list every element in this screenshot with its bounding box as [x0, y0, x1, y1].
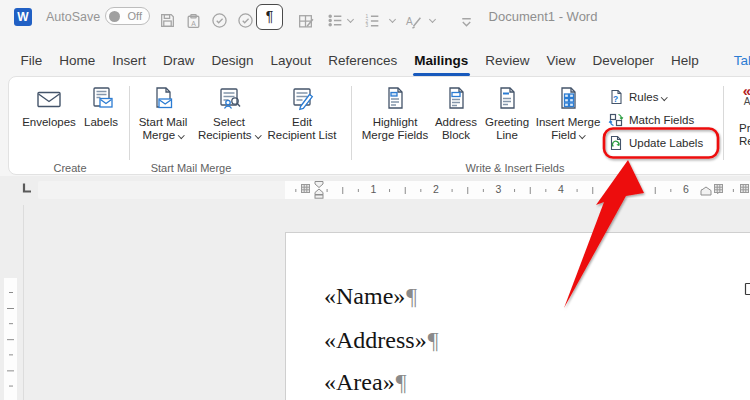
start-mail-merge-icon — [149, 85, 177, 113]
preview-results-button[interactable]: Preview Results — [739, 122, 750, 148]
document-title: Document1 - Word — [487, 9, 599, 24]
pilcrow-mark: ¶ — [406, 283, 417, 309]
select-recipients-button[interactable]: Select Recipients — [191, 83, 267, 159]
envelopes-button[interactable]: Envelopes — [20, 83, 78, 159]
ribbon-tab-row: File Home Insert Draw Design Layout Refe… — [12, 46, 750, 76]
labels-icon — [87, 85, 115, 113]
group-label-start-mail-merge: Start Mail Merge — [151, 162, 232, 174]
approve-check-icon-2[interactable] — [237, 12, 254, 29]
ruler-number: 5 — [621, 183, 627, 195]
text-style-pen-icon[interactable]: A — [405, 12, 422, 29]
tab-home[interactable]: Home — [51, 46, 104, 76]
ruler-number: 4 — [558, 183, 564, 195]
horizontal-ruler-content[interactable]: 1 2 3 4 5 6 — [285, 181, 750, 199]
ribbon-panel: Envelopes Labels Create Start Mail Merge — [8, 76, 750, 175]
update-labels-button[interactable]: Update Labels — [608, 132, 703, 154]
ruler-number: 2 — [433, 183, 439, 195]
autosave-toggle[interactable]: Off — [105, 7, 150, 25]
table-column-marker-icon[interactable] — [714, 184, 723, 193]
dropdown-chevron-icon — [661, 94, 667, 100]
tab-view[interactable]: View — [538, 46, 584, 76]
address-block-button[interactable]: Address Block — [426, 83, 486, 159]
tab-references[interactable]: References — [320, 46, 406, 76]
tab-layout[interactable]: Layout — [262, 46, 320, 76]
tab-help[interactable]: Help — [663, 46, 708, 76]
merge-field-line: «Address»¶ — [324, 327, 439, 354]
autosave-state: Off — [128, 10, 142, 22]
indent-markers-icon[interactable] — [313, 181, 325, 199]
text-style-dropdown-icon[interactable] — [429, 16, 436, 23]
match-fields-button[interactable]: Match Fields — [608, 109, 694, 131]
group-separator — [351, 86, 352, 160]
table-column-marker-icon[interactable] — [301, 184, 310, 193]
edit-recipient-list-icon — [288, 85, 316, 113]
tab-insert[interactable]: Insert — [104, 46, 155, 76]
ruler-divider — [23, 205, 24, 400]
tab-draw[interactable]: Draw — [155, 46, 204, 76]
rules-button[interactable]: ? Rules — [608, 86, 667, 108]
group-separator — [129, 86, 130, 160]
right-indent-marker-icon[interactable] — [700, 186, 712, 196]
save-icon[interactable] — [159, 12, 176, 29]
document-page[interactable]: «Name»¶ «Address»¶ «Area»¶ — [285, 232, 750, 400]
numbered-list-icon[interactable]: 1 2 3 — [364, 12, 381, 29]
word-logo: W — [14, 8, 32, 26]
insert-merge-field-icon — [554, 85, 582, 113]
ruler-number: 1 — [371, 183, 377, 195]
ruler-number: 6 — [683, 183, 689, 195]
select-recipients-icon — [215, 85, 243, 113]
preview-results-icon: « A — [736, 85, 750, 107]
svg-text:?: ? — [613, 94, 618, 104]
merge-field-line: «Name»¶ — [324, 283, 417, 310]
pilcrow-toggle-button[interactable]: ¶ — [256, 4, 283, 30]
start-mail-merge-button[interactable]: Start Mail Merge — [131, 83, 195, 159]
tab-mailings[interactable]: Mailings — [406, 46, 477, 76]
tab-file[interactable]: File — [12, 46, 51, 76]
paste-icon[interactable]: A — [185, 12, 202, 29]
ruler-number: 3 — [496, 183, 502, 195]
edit-recipient-list-button[interactable]: Edit Recipient List — [260, 83, 344, 159]
autosave-label: AutoSave — [46, 10, 100, 24]
bullet-list-icon[interactable] — [327, 12, 344, 29]
highlight-merge-fields-icon — [381, 85, 409, 113]
draw-table-icon[interactable] — [297, 12, 314, 29]
table-column-marker-icon[interactable] — [740, 184, 749, 193]
toggle-knob — [109, 11, 120, 22]
tab-review[interactable]: Review — [477, 46, 538, 76]
tab-design[interactable]: Design — [203, 46, 262, 76]
dropdown-chevron-icon — [178, 132, 184, 138]
group-label-create: Create — [53, 162, 86, 174]
merge-field-line: «Area»¶ — [324, 369, 407, 396]
greeting-line-icon — [493, 85, 521, 113]
title-bar: W AutoSave Off A ¶ — [0, 0, 750, 34]
tab-table-design[interactable]: Table Design — [725, 46, 750, 76]
svg-text:3: 3 — [366, 23, 369, 28]
bullet-list-dropdown-icon[interactable] — [347, 16, 354, 23]
tab-stop-selector[interactable] — [20, 181, 34, 195]
tab-developer[interactable]: Developer — [584, 46, 663, 76]
group-label-write-insert-fields: Write & Insert Fields — [466, 162, 565, 174]
insert-merge-field-button[interactable]: Insert Merge Field — [528, 83, 608, 159]
labels-button[interactable]: Labels — [78, 83, 124, 159]
svg-text:A: A — [191, 20, 196, 27]
more-commands-icon[interactable] — [458, 14, 475, 31]
update-labels-icon — [608, 135, 624, 151]
highlight-merge-fields-button[interactable]: Highlight Merge Fields — [353, 83, 437, 159]
svg-text:A: A — [406, 16, 413, 27]
pilcrow-mark: ¶ — [396, 369, 407, 395]
rules-icon: ? — [608, 89, 624, 105]
numbered-list-dropdown-icon[interactable] — [389, 16, 396, 23]
vertical-ruler[interactable] — [4, 278, 17, 400]
dropdown-chevron-icon — [579, 132, 585, 138]
approve-check-icon[interactable] — [211, 12, 228, 29]
group-separator — [723, 86, 724, 160]
pilcrow-mark: ¶ — [428, 327, 439, 353]
address-block-icon — [442, 85, 470, 113]
i-beam-cursor-artifact — [743, 282, 750, 296]
envelope-icon — [35, 85, 63, 113]
match-fields-icon — [608, 112, 624, 128]
